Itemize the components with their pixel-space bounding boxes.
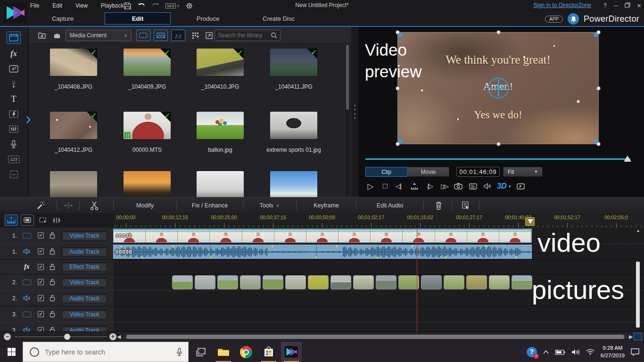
filter-photo-icon[interactable] xyxy=(154,30,168,41)
track-enable-checkbox[interactable]: ✓ xyxy=(38,327,44,331)
minimize-button[interactable]: — xyxy=(613,3,618,8)
library-item[interactable] xyxy=(258,171,329,197)
library-item[interactable]: ✓_1040410.JPG xyxy=(185,49,256,90)
app-badge[interactable]: APP xyxy=(545,16,563,23)
preview-seekbar[interactable] xyxy=(365,157,630,161)
transition-room-icon[interactable] xyxy=(7,108,21,120)
split-clip-icon[interactable] xyxy=(61,200,75,211)
picture-clip[interactable] xyxy=(512,275,532,289)
picture-clip[interactable] xyxy=(285,275,306,289)
library-item[interactable] xyxy=(38,171,109,197)
library-search-box[interactable] xyxy=(215,30,281,41)
library-thumbnail[interactable]: ✓ xyxy=(124,49,171,76)
movie-mode-button[interactable]: Movie xyxy=(407,167,449,177)
resize-handle[interactable] xyxy=(496,142,501,146)
resize-handle[interactable] xyxy=(396,30,400,34)
picture-clip[interactable] xyxy=(489,275,510,289)
storyboard-view-icon[interactable] xyxy=(21,214,34,226)
tray-chevron-up-icon[interactable] xyxy=(543,350,549,354)
picture-clip[interactable] xyxy=(444,275,464,289)
library-thumbnail[interactable] xyxy=(270,171,317,197)
move-gizmo[interactable] xyxy=(487,77,510,99)
seekbar-knob[interactable] xyxy=(624,156,631,162)
library-thumbnail[interactable]: ✓ xyxy=(197,49,244,76)
picture-clip[interactable] xyxy=(195,275,215,289)
scissors-trim-icon[interactable] xyxy=(87,200,101,211)
battery-icon[interactable] xyxy=(555,349,565,355)
track-enable-checkbox[interactable]: ✓ xyxy=(38,232,44,239)
library-thumbnail[interactable]: ✓ xyxy=(50,49,97,76)
library-thumbnail[interactable] xyxy=(124,171,171,197)
picture-clip[interactable] xyxy=(263,275,283,289)
add-track-icon[interactable] xyxy=(37,214,50,226)
particle-room-icon[interactable] xyxy=(7,78,21,90)
track-name-box[interactable]: Audio Track xyxy=(62,326,107,332)
chapter-room-icon[interactable]: 123 xyxy=(7,153,21,165)
library-item[interactable]: ✓_1040412.JPG xyxy=(38,112,109,153)
undo-icon[interactable] xyxy=(137,2,146,9)
timeline-zoom-slider[interactable] xyxy=(15,337,107,337)
save-icon[interactable] xyxy=(123,2,132,9)
play-button[interactable]: ▷ xyxy=(365,181,376,191)
playhead-line[interactable] xyxy=(417,228,417,331)
library-item[interactable]: ✓_1040408.JPG xyxy=(38,49,109,90)
library-item[interactable]: ✓_1040409.JPG xyxy=(112,49,182,90)
picture-clip[interactable] xyxy=(308,275,329,289)
taskbar-clock[interactable]: 9:28 AM 6/27/2019 xyxy=(601,345,625,359)
library-item[interactable] xyxy=(112,171,182,197)
track-lock-icon[interactable] xyxy=(50,295,55,302)
library-item[interactable]: ✓_1040411.JPG xyxy=(258,49,329,90)
fix-enhance-button[interactable]: Fix / Enhance xyxy=(177,197,242,214)
picture-clip[interactable] xyxy=(172,275,193,289)
track-lock-icon[interactable] xyxy=(50,279,55,286)
tab-edit[interactable]: Edit xyxy=(105,12,171,25)
track-name-box[interactable]: Video Track xyxy=(62,231,107,240)
library-thumbnail[interactable] xyxy=(270,112,317,139)
timeline-zoom-handle[interactable] xyxy=(64,334,70,340)
timeline-ruler[interactable]: 00;00;0000;00;12;1500;00;25;0000;00;37;1… xyxy=(113,213,644,228)
track-enable-checkbox[interactable]: ✓ xyxy=(38,295,44,301)
undock-preview-icon[interactable] xyxy=(515,181,526,191)
picture-clip[interactable] xyxy=(240,275,261,289)
track-enable-checkbox[interactable]: ✓ xyxy=(38,311,44,317)
library-thumbnail[interactable]: ✓ xyxy=(124,112,171,139)
track-manager-icon[interactable] xyxy=(50,214,63,226)
track-lock-icon[interactable] xyxy=(50,311,55,318)
signin-link[interactable]: Sign in to DirectorZone xyxy=(533,2,591,8)
library-thumbnail[interactable] xyxy=(50,171,97,197)
action-center-icon[interactable] xyxy=(631,348,639,356)
picture-clip[interactable] xyxy=(353,275,374,289)
resize-handle[interactable] xyxy=(396,86,400,90)
resize-handle[interactable] xyxy=(596,86,601,90)
picture-clip[interactable] xyxy=(217,275,238,289)
close-button[interactable]: × xyxy=(637,1,641,9)
audio-mixing-room-icon[interactable] xyxy=(7,123,21,135)
menu-view[interactable]: View xyxy=(75,2,88,9)
filter-music-icon[interactable]: ♪♪ xyxy=(171,30,185,41)
modify-button[interactable]: Modify xyxy=(114,197,176,214)
magic-wand-icon[interactable] xyxy=(33,200,47,211)
library-search-input[interactable] xyxy=(218,32,271,39)
select-range-icon[interactable] xyxy=(458,200,472,211)
previous-frame-button[interactable]: ◁▏ xyxy=(395,181,405,191)
track-lock-icon[interactable] xyxy=(50,248,55,255)
library-thumbnail[interactable] xyxy=(197,112,244,139)
tab-create-disc[interactable]: Create Disc xyxy=(246,12,312,25)
fast-forward-button[interactable]: ▷▷ xyxy=(438,181,449,191)
tools-dropdown-button[interactable]: Tools ∨ xyxy=(243,197,296,214)
start-button[interactable] xyxy=(0,342,23,362)
step-seek-button[interactable] xyxy=(409,181,420,191)
import-media-icon[interactable] xyxy=(36,30,48,41)
tab-capture[interactable]: Capture xyxy=(30,12,96,25)
menu-edit[interactable]: Edit xyxy=(52,2,62,9)
track-lock-icon[interactable] xyxy=(50,232,55,239)
preview-quality-icon[interactable] xyxy=(468,181,478,191)
help-button[interactable]: ? xyxy=(603,2,607,9)
taskbar-search-input[interactable] xyxy=(45,348,176,356)
track-name-box[interactable]: Audio Track xyxy=(62,294,107,303)
microsoft-store-icon[interactable] xyxy=(258,342,279,362)
track-lock-icon[interactable] xyxy=(50,327,55,331)
edit-audio-button[interactable]: Edit Audio xyxy=(356,197,423,214)
notification-bell-icon[interactable] xyxy=(568,13,579,25)
track-name-box[interactable]: Audio Track xyxy=(62,247,107,256)
